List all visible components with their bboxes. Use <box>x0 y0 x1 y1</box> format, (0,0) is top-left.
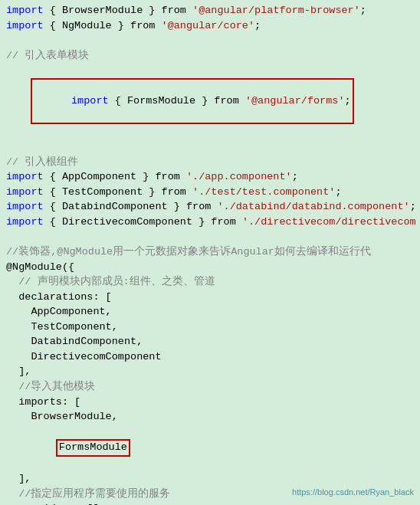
from-kw-1: from <box>162 5 186 16</box>
comment-forms-module: // 引入表单模块 <box>6 48 414 64</box>
string-3: '@angular/forms' <box>245 95 345 107</box>
decl-app: AppComponent, <box>6 304 414 320</box>
code-editor: import { BrowserModule } from '@angular/… <box>0 0 420 505</box>
code-line-2: import { NgModule } from '@angular/core'… <box>6 18 414 34</box>
code-line-test: import { TestComponent } from './test/te… <box>6 185 414 200</box>
blank-line-2 <box>6 139 414 155</box>
ng-module-decorator: @NgModule({ <box>6 260 414 275</box>
code-line-highlight-1: import { FormsModule } from '@angular/fo… <box>6 63 414 139</box>
code-line-directive: import { DirectivecomComponent } from '.… <box>6 215 414 230</box>
watermark: https://blog.csdn.net/Ryan_black <box>292 487 414 499</box>
string-1: '@angular/platform-browser' <box>192 5 360 16</box>
decl-databind: DatabindComponent, <box>6 334 414 349</box>
imports-close: ], <box>6 471 414 487</box>
code-line-1: import { BrowserModule } from '@angular/… <box>6 3 414 18</box>
from-kw-3: from <box>214 95 238 107</box>
comment-decorator: //装饰器,@NgModule用一个元数据对象来告诉Angular如何去编译和运… <box>6 244 414 260</box>
forms-module-line: FormsModule <box>6 425 414 471</box>
providers-line: providers: [], <box>6 501 414 505</box>
blank-line-3 <box>6 229 414 244</box>
code-line-databind: import { DatabindComponent } from './dat… <box>6 199 414 215</box>
import-kw-1: import <box>6 5 44 16</box>
browser-module: BrowserModule, <box>6 409 414 425</box>
string-2: '@angular/core' <box>162 20 255 31</box>
import-kw-3: import <box>71 95 109 107</box>
code-line-app: import { AppComponent } from './app.comp… <box>6 169 414 185</box>
import-kw-2: import <box>6 20 44 31</box>
declarations-close: ], <box>6 364 414 379</box>
decl-test: TestComponent, <box>6 320 414 335</box>
blank-line-1 <box>6 33 414 48</box>
comment-declarations: // 声明模块内部成员:组件、之类、管道 <box>6 274 414 290</box>
imports-open: imports: [ <box>6 395 414 410</box>
declarations-open: declarations: [ <box>6 290 414 305</box>
decl-directive: DirectivecomComponent <box>6 349 414 365</box>
from-kw-2: from <box>130 20 155 31</box>
comment-root-component: // 引入根组件 <box>6 155 414 170</box>
comment-imports: //导入其他模块 <box>6 379 414 395</box>
forms-module-highlight: FormsModule <box>56 439 130 456</box>
